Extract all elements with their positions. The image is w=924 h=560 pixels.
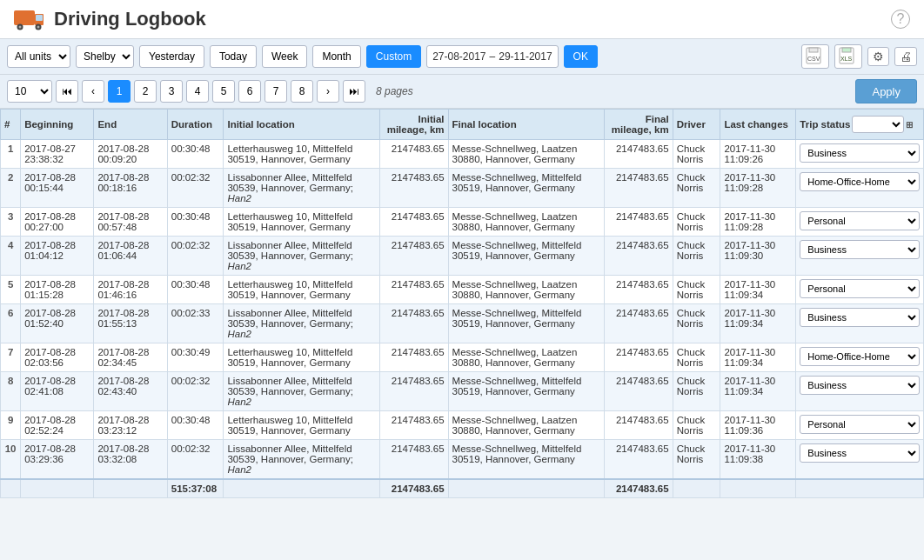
col-header-initial-mileage: Initialmileage, km (379, 110, 448, 140)
page-7-button[interactable]: 7 (264, 80, 287, 103)
svg-text:CSV: CSV (807, 56, 820, 62)
col-header-num: # (1, 110, 21, 140)
page-size-select[interactable]: 10 (7, 80, 52, 103)
pagination-bar: 10 ⏮ ‹ 1 2 3 4 5 6 7 8 › ⏭ 8 pages Apply (0, 75, 924, 109)
summary-row: 515:37:082147483.652147483.65 (1, 479, 924, 498)
week-button[interactable]: Week (262, 45, 307, 68)
page-title: Driving Logbook (54, 8, 206, 30)
trip-status-select[interactable]: BusinessPersonalHome-Office-Home (800, 240, 920, 259)
table-row: 92017-08-28 02:52:242017-08-28 03:23:120… (1, 411, 924, 440)
print-button[interactable]: 🖨 (894, 47, 917, 66)
row-number: 7 (1, 343, 21, 372)
row-number: 1 (1, 140, 21, 169)
trip-status-select[interactable]: BusinessPersonalHome-Office-Home (800, 279, 920, 298)
col-header-beginning: Beginning (21, 110, 94, 140)
table-row: 72017-08-28 02:03:562017-08-28 02:34:450… (1, 343, 924, 372)
table-container: # Beginning End Duration Initial locatio… (0, 109, 924, 498)
driver-select[interactable]: Shelby (76, 45, 134, 68)
today-button[interactable]: Today (210, 45, 257, 68)
custom-button[interactable]: Custom (366, 45, 421, 68)
date-to[interactable]: 29-11-2017 (499, 50, 552, 63)
svg-rect-8 (809, 48, 818, 52)
page-6-button[interactable]: 6 (238, 80, 261, 103)
driving-log-table: # Beginning End Duration Initial locatio… (0, 109, 924, 498)
trip-status-select[interactable]: BusinessPersonalHome-Office-Home (800, 172, 920, 191)
trip-status-select[interactable]: BusinessPersonalHome-Office-Home (800, 415, 920, 434)
row-number: 5 (1, 276, 21, 304)
row-number: 8 (1, 372, 21, 411)
trip-status-select[interactable]: BusinessPersonalHome-Office-Home (800, 347, 920, 366)
table-row: 62017-08-28 01:52:402017-08-28 01:55:130… (1, 304, 924, 343)
page-8-button[interactable]: 8 (291, 80, 313, 103)
svg-point-4 (19, 26, 22, 29)
col-header-duration: Duration (167, 110, 224, 140)
month-button[interactable]: Month (312, 45, 360, 68)
units-select[interactable]: All units (7, 45, 70, 68)
xls-export-button[interactable]: XLS (834, 44, 862, 69)
trip-status-select[interactable]: BusinessPersonalHome-Office-Home (800, 308, 920, 327)
prev-page-button[interactable]: ‹ (82, 80, 104, 103)
col-header-final-location: Final location (448, 110, 604, 140)
page-5-button[interactable]: 5 (212, 80, 235, 103)
table-row: 102017-08-28 03:29:362017-08-28 03:32:08… (1, 440, 924, 480)
trip-status-select[interactable]: BusinessPersonalHome-Office-Home (800, 443, 920, 463)
truck-icon (14, 7, 45, 31)
trip-status-select[interactable]: BusinessPersonalHome-Office-Home (800, 211, 920, 230)
settings-button[interactable]: ⚙ (867, 47, 889, 66)
csv-icon: CSV (806, 47, 825, 64)
date-range: 27-08-2017 – 29-11-2017 (426, 45, 558, 68)
app-header: Driving Logbook ? (0, 0, 924, 39)
table-row: 52017-08-28 01:15:282017-08-28 01:46:160… (1, 276, 924, 304)
row-number: 3 (1, 208, 21, 237)
svg-text:XLS: XLS (840, 56, 853, 62)
help-button[interactable]: ? (891, 10, 910, 29)
svg-rect-0 (14, 10, 35, 25)
table-row: 42017-08-28 01:04:122017-08-28 01:06:440… (1, 237, 924, 276)
row-number: 6 (1, 304, 21, 343)
svg-point-6 (37, 26, 40, 29)
date-from[interactable]: 27-08-2017 (432, 50, 485, 63)
row-number: 10 (1, 440, 21, 480)
col-header-final-mileage: Finalmileage, km (604, 110, 673, 140)
yesterday-button[interactable]: Yesterday (139, 45, 204, 68)
row-number: 2 (1, 169, 21, 208)
page-1-button[interactable]: 1 (108, 80, 131, 103)
apply-button[interactable]: Apply (855, 79, 917, 103)
xls-icon: XLS (839, 47, 858, 64)
page-2-button[interactable]: 2 (134, 80, 157, 103)
first-page-button[interactable]: ⏮ (56, 80, 78, 103)
toolbar: All units Shelby Yesterday Today Week Mo… (0, 39, 924, 75)
row-number: 4 (1, 237, 21, 276)
col-header-initial-location: Initial location (224, 110, 379, 140)
next-page-button[interactable]: › (317, 80, 339, 103)
col-header-last-changes: Last changes (720, 110, 796, 140)
last-page-button[interactable]: ⏭ (343, 80, 365, 103)
trip-status-select[interactable]: BusinessPersonalHome-Office-Home (800, 376, 920, 395)
pages-info: 8 pages (376, 85, 413, 97)
page-3-button[interactable]: 3 (160, 80, 183, 103)
col-header-end: End (94, 110, 167, 140)
table-row: 22017-08-28 00:15:442017-08-28 00:18:160… (1, 169, 924, 208)
page-4-button[interactable]: 4 (186, 80, 209, 103)
svg-rect-11 (842, 48, 851, 52)
table-header-row: # Beginning End Duration Initial locatio… (1, 110, 924, 140)
toolbar-right: CSV XLS ⚙ 🖨 (801, 44, 917, 69)
app-title-area: Driving Logbook (14, 7, 206, 31)
col-header-trip-status: Trip status Business Personal Home-Offic… (796, 110, 924, 140)
trip-status-filter-select[interactable]: Business Personal Home-Office-Home (852, 116, 904, 133)
table-row: 32017-08-28 00:27:002017-08-28 00:57:480… (1, 208, 924, 237)
svg-rect-2 (36, 15, 43, 21)
table-row: 82017-08-28 02:41:082017-08-28 02:43:400… (1, 372, 924, 411)
col-header-driver: Driver (673, 110, 720, 140)
csv-export-button[interactable]: CSV (801, 44, 829, 69)
table-row: 12017-08-27 23:38:322017-08-28 00:09:200… (1, 140, 924, 169)
trip-status-select[interactable]: BusinessPersonalHome-Office-Home (800, 143, 920, 163)
ok-button[interactable]: OK (564, 45, 598, 68)
row-number: 9 (1, 411, 21, 440)
filter-icon[interactable]: ⊞ (906, 120, 913, 130)
